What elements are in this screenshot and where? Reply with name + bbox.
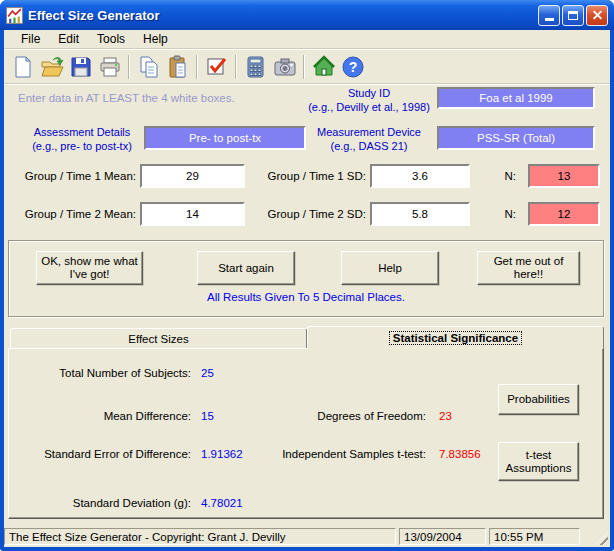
app-icon bbox=[6, 7, 23, 24]
total-subjects-value: 25 bbox=[201, 367, 214, 379]
t-test-assumptions-button[interactable]: t-test Assumptions bbox=[498, 442, 579, 481]
app-window: Effect Size Generator File Edit Tools He… bbox=[0, 0, 614, 551]
menu-bar: File Edit Tools Help bbox=[4, 30, 610, 48]
print-icon bbox=[98, 55, 122, 79]
validate-button[interactable] bbox=[202, 52, 231, 81]
mean-difference-label: Mean Difference: bbox=[17, 410, 191, 422]
menu-file[interactable]: File bbox=[12, 31, 49, 47]
window-title: Effect Size Generator bbox=[28, 8, 538, 23]
calculator-button[interactable] bbox=[241, 52, 270, 81]
measurement-device-label: Measurement Device (e.g., DASS 21) bbox=[304, 125, 434, 153]
save-button[interactable] bbox=[66, 52, 95, 81]
probabilities-button[interactable]: Probabilities bbox=[498, 384, 579, 415]
copy-icon bbox=[137, 55, 161, 79]
group1-mean-label: Group / Time 1 Mean: bbox=[22, 164, 136, 188]
camera-button[interactable] bbox=[270, 52, 299, 81]
help-icon: ? bbox=[341, 55, 365, 79]
new-document-icon bbox=[11, 55, 35, 79]
group2-n-field[interactable]: 12 bbox=[528, 202, 600, 226]
resize-grip[interactable] bbox=[595, 532, 608, 545]
open-file-icon bbox=[40, 55, 64, 79]
status-time: 10:55 PM bbox=[489, 528, 580, 545]
standard-error-label: Standard Error of Difference: bbox=[17, 448, 191, 460]
toolbar-separator bbox=[196, 55, 198, 79]
measurement-device-field[interactable]: PSS-SR (Total) bbox=[437, 126, 595, 150]
menu-tools[interactable]: Tools bbox=[88, 31, 134, 47]
tab-statistical-significance[interactable]: Statistical Significance bbox=[307, 326, 604, 349]
maximize-icon bbox=[568, 11, 578, 20]
group1-n-field[interactable]: 13 bbox=[528, 164, 600, 188]
results-precision-note: All Results Given To 5 Decimal Places. bbox=[9, 291, 603, 303]
total-subjects-label: Total Number of Subjects: bbox=[17, 367, 191, 379]
help-button[interactable]: Help bbox=[341, 251, 439, 285]
copy-button[interactable] bbox=[134, 52, 163, 81]
status-date: 13/09/2004 bbox=[399, 528, 486, 545]
group2-mean-input[interactable]: 14 bbox=[140, 202, 245, 226]
statistical-significance-panel: Total Number of Subjects: 25 Probabiliti… bbox=[8, 348, 604, 519]
results-tab-control: Effect Sizes Statistical Significance To… bbox=[8, 326, 606, 519]
ok-show-results-button[interactable]: OK, show me what I've got! bbox=[36, 251, 143, 285]
close-icon bbox=[591, 9, 603, 21]
close-button[interactable] bbox=[586, 5, 608, 26]
calculator-icon bbox=[244, 55, 268, 79]
degrees-of-freedom-value: 23 bbox=[439, 410, 452, 422]
titlebar: Effect Size Generator bbox=[0, 0, 614, 30]
standard-error-value: 1.91362 bbox=[201, 448, 243, 460]
t-test-label: Independent Samples t-test: bbox=[263, 448, 426, 460]
group1-mean-input[interactable]: 29 bbox=[140, 164, 245, 188]
paste-button[interactable] bbox=[163, 52, 192, 81]
group2-sd-label: Group / Time 2 SD: bbox=[256, 202, 366, 226]
form-area: Enter data in AT LEAST the 4 white boxes… bbox=[4, 85, 610, 527]
paste-icon bbox=[166, 55, 190, 79]
assessment-details-field[interactable]: Pre- to post-tx bbox=[144, 126, 306, 150]
menu-edit[interactable]: Edit bbox=[49, 31, 88, 47]
minimize-button[interactable] bbox=[538, 5, 560, 26]
toolbar-separator bbox=[235, 55, 237, 79]
t-test-value: 7.83856 bbox=[439, 448, 481, 460]
study-id-label: Study ID (e.g., Devilly et al., 1998) bbox=[304, 86, 434, 114]
camera-icon bbox=[273, 55, 297, 79]
home-icon bbox=[312, 55, 336, 79]
study-id-field[interactable]: Foa et al 1999 bbox=[437, 87, 595, 109]
validate-check-icon bbox=[205, 55, 229, 79]
start-again-button[interactable]: Start again bbox=[197, 251, 295, 285]
print-button[interactable] bbox=[95, 52, 124, 81]
new-document-button[interactable] bbox=[8, 52, 37, 81]
maximize-button[interactable] bbox=[562, 5, 584, 26]
degrees-of-freedom-label: Degrees of Freedom: bbox=[271, 410, 426, 422]
group1-n-label: N: bbox=[492, 164, 516, 188]
status-copyright: The Effect Size Generator - Copyright: G… bbox=[4, 528, 396, 545]
save-icon bbox=[69, 55, 93, 79]
toolbar-separator bbox=[128, 55, 130, 79]
group1-sd-label: Group / Time 1 SD: bbox=[256, 164, 366, 188]
status-bar: The Effect Size Generator - Copyright: G… bbox=[4, 527, 610, 547]
group2-mean-label: Group / Time 2 Mean: bbox=[22, 202, 136, 226]
actions-groupbox: OK, show me what I've got! Start again H… bbox=[8, 240, 604, 317]
minimize-icon bbox=[545, 18, 554, 21]
tab-effect-sizes[interactable]: Effect Sizes bbox=[10, 328, 307, 348]
exit-button[interactable]: Get me out of here!! bbox=[477, 251, 580, 285]
svg-text:?: ? bbox=[348, 59, 357, 75]
home-button[interactable] bbox=[309, 52, 338, 81]
assessment-details-label: Assessment Details (e.g., pre- to post-t… bbox=[20, 125, 144, 153]
toolbar-separator bbox=[303, 55, 305, 79]
open-file-button[interactable] bbox=[37, 52, 66, 81]
standard-deviation-label: Standard Deviation (g): bbox=[17, 497, 191, 509]
help-toolbar-button[interactable]: ? bbox=[338, 52, 367, 81]
menu-help[interactable]: Help bbox=[134, 31, 177, 47]
group1-sd-input[interactable]: 3.6 bbox=[370, 164, 470, 188]
group2-sd-input[interactable]: 5.8 bbox=[370, 202, 470, 226]
instruction-text: Enter data in AT LEAST the 4 white boxes… bbox=[18, 92, 235, 104]
standard-deviation-value: 4.78021 bbox=[201, 497, 243, 509]
toolbar: ? bbox=[4, 50, 610, 83]
mean-difference-value: 15 bbox=[201, 410, 214, 422]
group2-n-label: N: bbox=[492, 202, 516, 226]
